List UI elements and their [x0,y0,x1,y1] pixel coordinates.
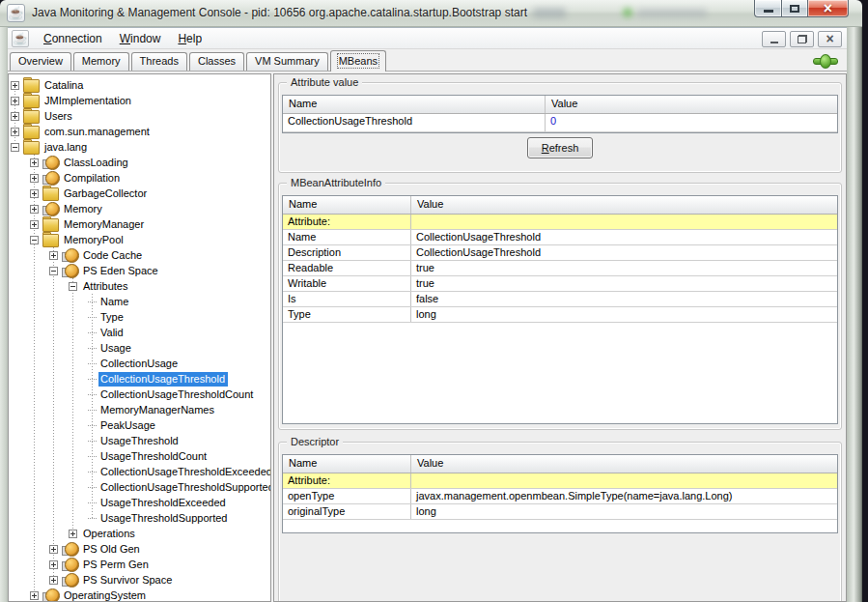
tree-item-label: CollectionUsage [98,357,181,371]
tree-item-usagethreshold[interactable]: UsageThreshold [9,433,270,448]
menu-mnemonic: H [178,32,186,45]
table-row[interactable]: Attribute: [283,215,837,230]
tree-item-usagethresholdsupported[interactable]: UsageThresholdSupported [9,510,270,526]
table-row[interactable]: originalTypelong [283,504,837,520]
column-header-name[interactable]: Name [283,196,411,214]
plus-toggle-icon[interactable] [11,97,19,105]
column-header-value[interactable]: Value [411,196,837,214]
table-row[interactable]: Isfalse [283,292,837,307]
tree-item-collectionusagethresholdcount[interactable]: CollectionUsageThresholdCount [9,387,270,402]
inner-close-button[interactable]: × [818,31,842,47]
tree-item-code-cache[interactable]: Code Cache [9,247,270,263]
cell-value[interactable]: 0 [546,114,837,131]
minus-toggle-icon[interactable] [69,282,77,291]
table-row[interactable]: Readabletrue [283,261,837,276]
plus-toggle-icon[interactable] [69,530,77,538]
table-row[interactable]: Attribute: [283,473,837,489]
titlebar[interactable]: ☕ Java Monitoring & Management Console -… [0,0,862,27]
tab-mbeans[interactable]: MBeans [330,50,386,72]
tree-item-usagethresholdexceeded[interactable]: UsageThresholdExceeded [9,495,270,510]
minimize-button[interactable] [754,0,781,17]
tree-item-label: Memory [62,202,105,216]
plus-toggle-icon[interactable] [30,205,39,214]
tab-threads[interactable]: Threads [131,52,187,71]
plus-toggle-icon[interactable] [49,251,58,260]
plus-toggle-icon[interactable] [11,112,19,121]
plus-toggle-icon[interactable] [49,545,58,554]
plus-toggle-icon[interactable] [30,158,39,167]
column-header-name[interactable]: Name [283,96,546,113]
cell-value: long [411,504,837,519]
refresh-button[interactable]: Refresh [527,137,593,158]
tree-item-peakusage[interactable]: PeakUsage [9,417,270,433]
table-row[interactable]: CollectionUsageThreshold0 [283,114,837,132]
tab-memory[interactable]: Memory [73,52,129,71]
java-cup-icon: ☕ [12,30,29,47]
mbeans-tree-panel[interactable]: CatalinaJMImplementationUserscom.sun.man… [8,73,271,602]
tab-classes[interactable]: Classes [189,52,244,71]
tree-item-garbagecollector[interactable]: GarbageCollector [9,186,270,201]
column-header-value[interactable]: Value [546,96,837,113]
tree-item-operations[interactable]: Operations [9,526,270,541]
tab-overview[interactable]: Overview [10,52,71,71]
tree-item-memorymanager[interactable]: MemoryManager [9,216,270,232]
tree-item-label: PS Perm Gen [81,558,152,572]
tree-item-label: CollectionUsageThresholdSupported [98,480,271,495]
inner-minimize-button[interactable] [762,31,786,47]
minus-toggle-icon[interactable] [30,236,39,244]
tree-item-jmimplementation[interactable]: JMImplementation [9,93,270,108]
tree-item-com-sun-management[interactable]: com.sun.management [9,124,270,139]
plus-toggle-icon[interactable] [11,128,19,136]
tree-item-memorypool[interactable]: MemoryPool [9,232,270,247]
menu-item-window[interactable]: Window [111,29,170,48]
tree-item-compilation[interactable]: Compilation [9,170,270,186]
tree-item-collectionusagethreshold[interactable]: CollectionUsageThreshold [9,371,270,387]
tab-vm-summary[interactable]: VM Summary [246,52,328,71]
column-header-value[interactable]: Value [411,455,837,473]
tree-item-label: PS Old Gen [81,542,143,557]
tree-item-memory[interactable]: Memory [9,201,270,216]
menu-item-help[interactable]: Help [169,29,210,48]
tree-item-ps-old-gen[interactable]: PS Old Gen [9,541,270,557]
inner-restore-button[interactable] [790,31,814,47]
tree-item-collectionusage[interactable]: CollectionUsage [9,356,270,371]
tree-item-operatingsystem[interactable]: OperatingSystem [9,588,270,602]
tree-item-ps-perm-gen[interactable]: PS Perm Gen [9,557,270,572]
plus-toggle-icon[interactable] [30,220,39,229]
tree-item-users[interactable]: Users [9,108,270,124]
tree-item-ps-eden-space[interactable]: PS Eden Space [9,263,270,278]
maximize-button[interactable] [781,0,808,17]
plus-toggle-icon[interactable] [30,174,39,183]
tree-item-memorymanagernames[interactable]: MemoryManagerNames [9,402,270,417]
tree-item-attributes[interactable]: Attributes [9,278,270,294]
tree-item-collectionusagethresholdexceeded[interactable]: CollectionUsageThresholdExceeded [9,464,270,479]
table-row[interactable]: Writabletrue [283,276,837,292]
plus-toggle-icon[interactable] [49,576,58,585]
minus-toggle-icon[interactable] [49,267,58,275]
tree-item-usagethresholdcount[interactable]: UsageThresholdCount [9,448,270,464]
plus-toggle-icon[interactable] [30,189,39,198]
table-row[interactable]: DescriptionCollectionUsageThreshold [283,245,837,261]
plus-toggle-icon[interactable] [30,591,39,600]
close-button[interactable]: × [808,0,849,17]
tree-item-classloading[interactable]: ClassLoading [9,155,270,170]
column-header-name[interactable]: Name [283,455,411,473]
menu-item-connection[interactable]: Connection [35,29,111,48]
tree-item-ps-survivor-space[interactable]: PS Survivor Space [9,572,270,588]
plus-toggle-icon[interactable] [49,560,58,569]
tree-item-java-lang[interactable]: java.lang [9,139,270,155]
tree-item-usage[interactable]: Usage [9,340,270,356]
minus-toggle-icon[interactable] [11,143,19,152]
tree-connector-stub [88,410,97,411]
table-row[interactable]: Typelong [283,307,837,323]
tree-item-catalina[interactable]: Catalina [9,77,270,93]
tree-item-type[interactable]: Type [9,309,270,325]
table-row[interactable]: NameCollectionUsageThreshold [283,230,837,245]
cell-name: Is [283,292,411,306]
tree-item-valid[interactable]: Valid [9,325,270,340]
tree-item-name[interactable]: Name [9,294,270,309]
plus-toggle-icon[interactable] [11,81,19,90]
cell-value: long [411,307,837,322]
table-row[interactable]: openTypejavax.management.openmbean.Simpl… [283,489,837,504]
tree-item-collectionusagethresholdsupported[interactable]: CollectionUsageThresholdSupported [9,479,270,495]
